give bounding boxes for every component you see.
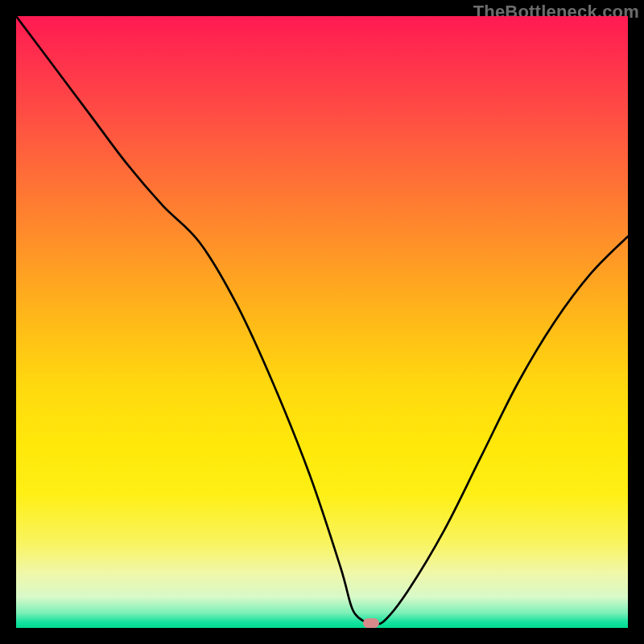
bottleneck-curve [16, 16, 628, 628]
chart-frame: TheBottleneck.com [0, 0, 644, 644]
plot-area [16, 16, 628, 628]
optimal-point-marker [363, 618, 379, 628]
